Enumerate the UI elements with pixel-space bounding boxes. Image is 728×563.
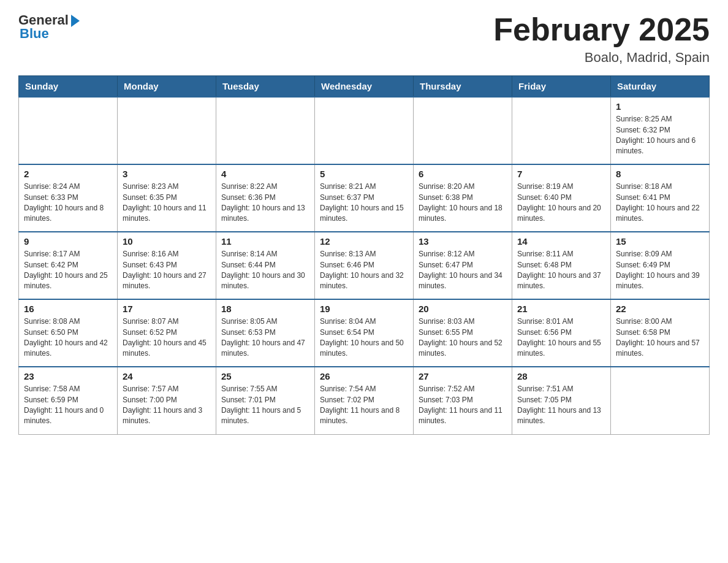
day-info: Sunrise: 8:09 AMSunset: 6:49 PMDaylight:… — [616, 249, 704, 292]
calendar-cell: 2Sunrise: 8:24 AMSunset: 6:33 PMDaylight… — [19, 164, 118, 232]
day-info: Sunrise: 8:16 AMSunset: 6:43 PMDaylight:… — [123, 249, 211, 292]
day-info: Sunrise: 8:19 AMSunset: 6:40 PMDaylight:… — [517, 182, 605, 224]
calendar-cell — [414, 97, 512, 164]
logo-blue-text: Blue — [20, 26, 49, 42]
calendar-cell: 4Sunrise: 8:22 AMSunset: 6:36 PMDaylight… — [216, 164, 315, 232]
calendar-cell: 1Sunrise: 8:25 AMSunset: 6:32 PMDaylight… — [611, 97, 710, 164]
weekday-header-thursday: Thursday — [414, 76, 512, 98]
page-header: General Blue February 2025 Boalo, Madrid… — [18, 12, 710, 66]
day-info: Sunrise: 7:54 AMSunset: 7:02 PMDaylight:… — [320, 384, 408, 427]
calendar-cell — [611, 367, 710, 434]
calendar-cell: 10Sunrise: 8:16 AMSunset: 6:43 PMDayligh… — [118, 232, 216, 299]
title-block: February 2025 Boalo, Madrid, Spain — [493, 12, 710, 66]
calendar-cell: 17Sunrise: 8:07 AMSunset: 6:52 PMDayligh… — [118, 299, 216, 367]
day-number: 20 — [419, 304, 507, 314]
calendar-body: 1Sunrise: 8:25 AMSunset: 6:32 PMDaylight… — [19, 97, 710, 434]
calendar-cell: 19Sunrise: 8:04 AMSunset: 6:54 PMDayligh… — [315, 299, 414, 367]
calendar-cell: 24Sunrise: 7:57 AMSunset: 7:00 PMDayligh… — [118, 367, 216, 434]
calendar-cell: 7Sunrise: 8:19 AMSunset: 6:40 PMDaylight… — [512, 164, 611, 232]
calendar-cell: 8Sunrise: 8:18 AMSunset: 6:41 PMDaylight… — [611, 164, 710, 232]
calendar-header: SundayMondayTuesdayWednesdayThursdayFrid… — [19, 76, 710, 98]
calendar-week-row: 2Sunrise: 8:24 AMSunset: 6:33 PMDaylight… — [19, 164, 710, 232]
day-info: Sunrise: 8:07 AMSunset: 6:52 PMDaylight:… — [123, 316, 211, 359]
day-number: 13 — [419, 236, 507, 247]
calendar-cell: 15Sunrise: 8:09 AMSunset: 6:49 PMDayligh… — [611, 232, 710, 299]
day-number: 12 — [320, 236, 408, 247]
calendar-cell — [512, 97, 611, 164]
calendar-cell: 14Sunrise: 8:11 AMSunset: 6:48 PMDayligh… — [512, 232, 611, 299]
weekday-header-row: SundayMondayTuesdayWednesdayThursdayFrid… — [19, 76, 710, 98]
calendar-cell: 11Sunrise: 8:14 AMSunset: 6:44 PMDayligh… — [216, 232, 315, 299]
calendar-cell — [216, 97, 315, 164]
calendar-week-row: 1Sunrise: 8:25 AMSunset: 6:32 PMDaylight… — [19, 97, 710, 164]
day-number: 17 — [123, 304, 211, 314]
weekday-header-wednesday: Wednesday — [315, 76, 414, 98]
calendar-week-row: 16Sunrise: 8:08 AMSunset: 6:50 PMDayligh… — [19, 299, 710, 367]
calendar-cell: 18Sunrise: 8:05 AMSunset: 6:53 PMDayligh… — [216, 299, 315, 367]
day-info: Sunrise: 8:24 AMSunset: 6:33 PMDaylight:… — [24, 182, 112, 224]
month-title: February 2025 — [493, 12, 710, 47]
calendar-cell — [315, 97, 414, 164]
calendar-cell: 27Sunrise: 7:52 AMSunset: 7:03 PMDayligh… — [414, 367, 512, 434]
day-info: Sunrise: 8:20 AMSunset: 6:38 PMDaylight:… — [419, 182, 507, 224]
day-info: Sunrise: 8:18 AMSunset: 6:41 PMDaylight:… — [616, 182, 704, 224]
calendar-cell: 22Sunrise: 8:00 AMSunset: 6:58 PMDayligh… — [611, 299, 710, 367]
day-number: 24 — [123, 371, 211, 381]
calendar-cell: 16Sunrise: 8:08 AMSunset: 6:50 PMDayligh… — [19, 299, 118, 367]
day-info: Sunrise: 8:13 AMSunset: 6:46 PMDaylight:… — [320, 249, 408, 292]
day-number: 28 — [517, 371, 605, 381]
weekday-header-monday: Monday — [118, 76, 216, 98]
calendar-cell: 25Sunrise: 7:55 AMSunset: 7:01 PMDayligh… — [216, 367, 315, 434]
weekday-header-sunday: Sunday — [19, 76, 118, 98]
day-number: 23 — [24, 371, 112, 381]
calendar-cell: 12Sunrise: 8:13 AMSunset: 6:46 PMDayligh… — [315, 232, 414, 299]
day-info: Sunrise: 8:17 AMSunset: 6:42 PMDaylight:… — [24, 249, 112, 292]
day-info: Sunrise: 7:51 AMSunset: 7:05 PMDaylight:… — [517, 384, 605, 427]
calendar-week-row: 9Sunrise: 8:17 AMSunset: 6:42 PMDaylight… — [19, 232, 710, 299]
day-number: 27 — [419, 371, 507, 381]
day-info: Sunrise: 8:04 AMSunset: 6:54 PMDaylight:… — [320, 316, 408, 359]
day-number: 22 — [616, 304, 704, 314]
day-info: Sunrise: 8:00 AMSunset: 6:58 PMDaylight:… — [616, 316, 704, 359]
day-info: Sunrise: 8:01 AMSunset: 6:56 PMDaylight:… — [517, 316, 605, 359]
logo-arrow-icon — [71, 15, 80, 27]
calendar-cell: 28Sunrise: 7:51 AMSunset: 7:05 PMDayligh… — [512, 367, 611, 434]
calendar-table: SundayMondayTuesdayWednesdayThursdayFrid… — [18, 75, 710, 435]
day-info: Sunrise: 7:52 AMSunset: 7:03 PMDaylight:… — [419, 384, 507, 427]
day-number: 3 — [123, 169, 211, 179]
weekday-header-friday: Friday — [512, 76, 611, 98]
day-number: 14 — [517, 236, 605, 247]
day-number: 19 — [320, 304, 408, 314]
day-number: 16 — [24, 304, 112, 314]
calendar-cell: 26Sunrise: 7:54 AMSunset: 7:02 PMDayligh… — [315, 367, 414, 434]
day-number: 25 — [221, 371, 309, 381]
day-number: 4 — [221, 169, 309, 179]
logo: General Blue — [18, 12, 80, 42]
calendar-cell: 5Sunrise: 8:21 AMSunset: 6:37 PMDaylight… — [315, 164, 414, 232]
day-number: 1 — [616, 101, 704, 112]
day-number: 18 — [221, 304, 309, 314]
day-info: Sunrise: 8:11 AMSunset: 6:48 PMDaylight:… — [517, 249, 605, 292]
calendar-cell: 20Sunrise: 8:03 AMSunset: 6:55 PMDayligh… — [414, 299, 512, 367]
day-number: 26 — [320, 371, 408, 381]
location-text: Boalo, Madrid, Spain — [493, 50, 710, 66]
day-info: Sunrise: 7:55 AMSunset: 7:01 PMDaylight:… — [221, 384, 309, 427]
day-info: Sunrise: 8:23 AMSunset: 6:35 PMDaylight:… — [123, 182, 211, 224]
day-info: Sunrise: 8:14 AMSunset: 6:44 PMDaylight:… — [221, 249, 309, 292]
day-number: 9 — [24, 236, 112, 247]
day-info: Sunrise: 8:25 AMSunset: 6:32 PMDaylight:… — [616, 114, 704, 157]
calendar-cell: 3Sunrise: 8:23 AMSunset: 6:35 PMDaylight… — [118, 164, 216, 232]
day-info: Sunrise: 7:57 AMSunset: 7:00 PMDaylight:… — [123, 384, 211, 427]
day-number: 15 — [616, 236, 704, 247]
day-info: Sunrise: 8:21 AMSunset: 6:37 PMDaylight:… — [320, 182, 408, 224]
calendar-cell: 6Sunrise: 8:20 AMSunset: 6:38 PMDaylight… — [414, 164, 512, 232]
day-number: 11 — [221, 236, 309, 247]
day-info: Sunrise: 8:12 AMSunset: 6:47 PMDaylight:… — [419, 249, 507, 292]
calendar-cell — [118, 97, 216, 164]
day-info: Sunrise: 8:03 AMSunset: 6:55 PMDaylight:… — [419, 316, 507, 359]
calendar-week-row: 23Sunrise: 7:58 AMSunset: 6:59 PMDayligh… — [19, 367, 710, 434]
day-info: Sunrise: 7:58 AMSunset: 6:59 PMDaylight:… — [24, 384, 112, 427]
day-number: 8 — [616, 169, 704, 179]
calendar-cell: 13Sunrise: 8:12 AMSunset: 6:47 PMDayligh… — [414, 232, 512, 299]
day-number: 7 — [517, 169, 605, 179]
